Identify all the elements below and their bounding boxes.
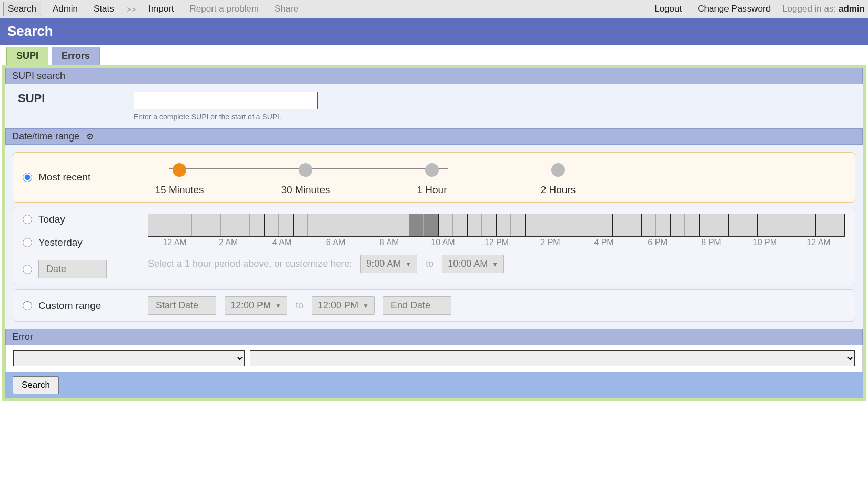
hour-label: 12 AM: [792, 238, 845, 247]
nav-search[interactable]: Search: [3, 2, 41, 16]
timeline-cell[interactable]: [801, 214, 816, 236]
chevron-right-icon[interactable]: >>: [126, 5, 137, 14]
timeline-cell[interactable]: [482, 214, 497, 236]
timeline-cell[interactable]: [351, 214, 366, 236]
timeline-cell[interactable]: [409, 214, 424, 236]
dot-icon: [551, 163, 565, 177]
timeline-cell[interactable]: [206, 214, 221, 236]
timeline-cell[interactable]: [685, 214, 700, 236]
end-time-picker[interactable]: 12:00 PM ▼: [312, 296, 375, 315]
timeline-cell[interactable]: [177, 214, 192, 236]
timeline-cell[interactable]: [453, 214, 468, 236]
gear-icon[interactable]: ⚙: [86, 132, 94, 142]
stop-15min[interactable]: 15 Minutes: [148, 163, 211, 196]
hour-label: 6 AM: [309, 238, 362, 247]
timeline-cell[interactable]: [583, 214, 598, 236]
most-recent-label: Most recent: [38, 172, 90, 183]
tab-errors[interactable]: Errors: [52, 47, 100, 65]
radio-date[interactable]: [23, 265, 32, 274]
timeline-cell[interactable]: [511, 214, 526, 236]
timeline-cell[interactable]: [192, 214, 207, 236]
datetime-section-header: Date/time range ⚙: [5, 128, 863, 145]
timeline-cell[interactable]: [656, 214, 671, 236]
timeline-cell[interactable]: [265, 214, 279, 236]
timeline-cell[interactable]: [163, 214, 178, 236]
timeline-cell[interactable]: [380, 214, 395, 236]
timeline-cell[interactable]: [642, 214, 657, 236]
timeline-cell[interactable]: [322, 214, 337, 236]
timeline-cell[interactable]: [714, 214, 729, 236]
timeline-cell[interactable]: [554, 214, 569, 236]
today-label: Today: [38, 214, 65, 225]
tab-supi[interactable]: SUPI: [6, 47, 48, 65]
timeline-cell[interactable]: [569, 214, 584, 236]
hour-label: 4 PM: [577, 238, 631, 247]
from-time-picker[interactable]: 9:00 AM ▼: [360, 255, 417, 273]
chevron-down-icon: ▼: [275, 302, 281, 309]
timeline-cell[interactable]: [395, 214, 410, 236]
timeline-cell[interactable]: [279, 214, 294, 236]
timeline-cell[interactable]: [786, 214, 801, 236]
timeline-cell[interactable]: [294, 214, 308, 236]
search-button[interactable]: Search: [13, 376, 59, 394]
timeline-cell[interactable]: [540, 214, 555, 236]
timeline-cell[interactable]: [598, 214, 613, 236]
timeline-cell[interactable]: [816, 214, 831, 236]
radio-today[interactable]: [23, 215, 32, 224]
timeline-cell[interactable]: [221, 214, 236, 236]
radio-yesterday[interactable]: [23, 238, 32, 247]
nav-stats[interactable]: Stats: [89, 2, 118, 16]
timeline-cell[interactable]: [337, 214, 352, 236]
dot-icon: [299, 163, 312, 177]
timeline-cell[interactable]: [758, 214, 772, 236]
timeline-cell[interactable]: [497, 214, 511, 236]
hour-label: 12 AM: [148, 238, 201, 247]
timeline-cell[interactable]: [250, 214, 265, 236]
start-date-button[interactable]: Start Date: [148, 296, 216, 315]
radio-most-recent[interactable]: [23, 173, 32, 182]
top-menu-bar: Search Admin Stats >> Import Report a pr…: [0, 0, 868, 18]
start-time-picker[interactable]: 12:00 PM ▼: [225, 296, 287, 315]
chevron-down-icon: ▼: [405, 260, 411, 268]
error-select-2[interactable]: [250, 350, 855, 366]
nav-import[interactable]: Import: [144, 2, 178, 16]
hour-label: 8 AM: [362, 238, 416, 247]
stop-30min[interactable]: 30 Minutes: [274, 163, 337, 196]
timeline-cell[interactable]: [366, 214, 381, 236]
nav-logout[interactable]: Logout: [650, 2, 686, 16]
timeline-cell[interactable]: [424, 214, 439, 236]
timeline-cell[interactable]: [439, 214, 453, 236]
timeline-cell[interactable]: [830, 214, 845, 236]
timeline-cell[interactable]: [772, 214, 787, 236]
supi-input[interactable]: [134, 92, 318, 109]
timeline-cell[interactable]: [148, 214, 163, 236]
to-time-picker[interactable]: 10:00 AM ▼: [442, 255, 504, 273]
stop-2hours[interactable]: 2 Hours: [527, 163, 590, 196]
timeline-cell[interactable]: [308, 214, 322, 236]
nav-share[interactable]: Share: [270, 2, 302, 16]
most-recent-box: Most recent 15 Minutes: [13, 152, 855, 203]
timeline-cell[interactable]: [468, 214, 482, 236]
supi-field-label: SUPI: [13, 92, 123, 105]
timeline-cell[interactable]: [526, 214, 540, 236]
timeline-cell[interactable]: [627, 214, 642, 236]
chevron-down-icon: ▼: [492, 260, 498, 268]
hour-label: 2 PM: [523, 238, 577, 247]
dot-icon: [425, 163, 439, 177]
recent-slider[interactable]: 15 Minutes 30 Minutes 1 Hour: [148, 159, 845, 196]
timeline-cell[interactable]: [613, 214, 628, 236]
nav-report-problem[interactable]: Report a problem: [186, 2, 263, 16]
timeline-cell[interactable]: [729, 214, 743, 236]
timeline-cell[interactable]: [700, 214, 714, 236]
error-select-1[interactable]: [13, 350, 245, 366]
day-timeline[interactable]: [148, 214, 845, 237]
timeline-cell[interactable]: [235, 214, 250, 236]
timeline-cell[interactable]: [671, 214, 685, 236]
timeline-cell[interactable]: [743, 214, 758, 236]
date-picker-button[interactable]: Date: [38, 260, 107, 278]
radio-custom-range[interactable]: [23, 301, 32, 310]
nav-admin[interactable]: Admin: [48, 2, 82, 16]
end-date-button[interactable]: End Date: [383, 296, 451, 315]
nav-change-password[interactable]: Change Password: [693, 2, 775, 16]
stop-1hour[interactable]: 1 Hour: [400, 163, 463, 196]
